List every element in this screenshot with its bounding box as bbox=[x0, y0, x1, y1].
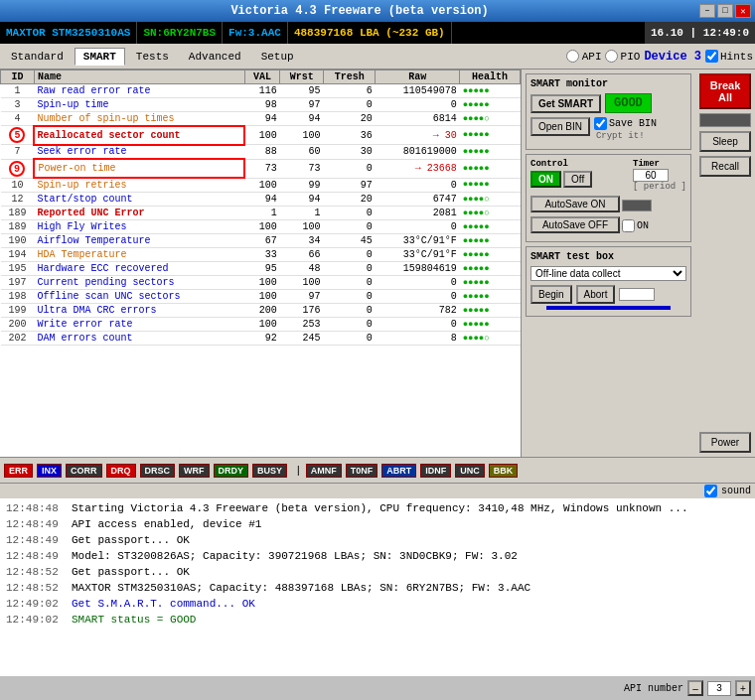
get-smart-button[interactable]: Get SMART bbox=[530, 94, 601, 113]
recall-button[interactable]: Recall bbox=[699, 156, 751, 177]
serial-number: SN: 6RY2N7BS bbox=[137, 22, 223, 44]
autosave-on-button[interactable]: AutoSave ON bbox=[530, 196, 620, 212]
log-entry: 12:48:49 Model: ST3200826AS; Capacity: 3… bbox=[6, 548, 749, 564]
crypt-label: Crypt it! bbox=[594, 131, 657, 141]
app-title: Victoria 4.3 Freeware (beta version) bbox=[20, 4, 699, 18]
log-entry: 12:48:49 Get passport... OK bbox=[6, 532, 749, 548]
status-idnf[interactable]: IDNF bbox=[420, 464, 451, 478]
log-entry: 12:48:49 API access enabled, device #1 bbox=[6, 516, 749, 532]
smart-table: ID Name VAL Wrst Tresh Raw Health 1Raw r… bbox=[0, 70, 521, 346]
table-row: 197Current pending sectors10010000●●●●● bbox=[1, 276, 521, 290]
status-good: GOOD bbox=[605, 93, 652, 113]
log-header: sound bbox=[0, 484, 755, 498]
test-section: SMART test box Off-line data collect Beg… bbox=[526, 246, 691, 317]
status-bar: ERR INX CORR DRQ DRSC WRF DRDY BUSY | AM… bbox=[0, 457, 755, 483]
table-row: 12Start/stop count9494206747●●●●○ bbox=[1, 193, 521, 207]
tab-smart[interactable]: SMART bbox=[75, 48, 125, 66]
log-entry: 12:48:52 Get passport... OK bbox=[6, 564, 749, 580]
api-number-label: API number bbox=[624, 683, 683, 694]
on-checkbox-label: ON bbox=[637, 220, 649, 231]
status-corr[interactable]: CORR bbox=[66, 464, 102, 478]
table-row: 194HDA Temperature3366033°C/91°F●●●●● bbox=[1, 248, 521, 262]
close-button[interactable]: ✕ bbox=[735, 4, 751, 18]
break-all-button[interactable]: BreakAll bbox=[699, 73, 751, 109]
timer-input[interactable] bbox=[633, 169, 669, 182]
status-inx[interactable]: INX bbox=[37, 464, 62, 478]
test-select[interactable]: Off-line data collect bbox=[530, 266, 686, 281]
hints-label: Hints bbox=[720, 51, 753, 63]
control-off-button[interactable]: Off bbox=[563, 171, 592, 188]
info-bar: MAXTOR STM3250310AS SN: 6RY2N7BS Fw: 3.A… bbox=[0, 22, 755, 44]
table-row: 189Reported UNC Error1102081●●●●○ bbox=[1, 207, 521, 220]
tab-setup[interactable]: Setup bbox=[252, 48, 303, 66]
table-row: 195Hardware ECC recovered95480159804619●… bbox=[1, 262, 521, 276]
tab-advanced[interactable]: Advanced bbox=[180, 48, 250, 66]
hints-checkbox[interactable] bbox=[705, 50, 718, 63]
progress-bar bbox=[546, 306, 672, 310]
begin-button[interactable]: Begin bbox=[530, 285, 572, 304]
status-t0nf[interactable]: T0NF bbox=[346, 464, 378, 478]
log-entry: 12:48:48 Starting Victoria 4.3 Freeware … bbox=[6, 500, 749, 516]
status-amnf[interactable]: AMNF bbox=[306, 464, 342, 478]
api-minus-button[interactable]: – bbox=[687, 680, 703, 696]
status-busy[interactable]: BUSY bbox=[252, 464, 287, 478]
table-row: 198Offline scan UNC sectors1009700●●●●● bbox=[1, 290, 521, 304]
pio-radio[interactable] bbox=[605, 50, 618, 63]
tab-tests[interactable]: Tests bbox=[127, 48, 178, 66]
minimize-button[interactable]: – bbox=[699, 4, 715, 18]
control-section: Control ON Off Timer [ period ] AutoSave… bbox=[526, 154, 691, 242]
autosave-on-indicator bbox=[622, 200, 652, 211]
api-plus-button[interactable]: + bbox=[735, 680, 751, 696]
table-row: 3Spin-up time989700●●●●● bbox=[1, 98, 521, 112]
save-bin-label: Save BIN bbox=[609, 118, 657, 129]
table-row: 202DAM errors count9224508●●●●○ bbox=[1, 332, 521, 346]
status-drsc[interactable]: DRSC bbox=[140, 464, 176, 478]
side-buttons: BreakAll Sleep Recall Power bbox=[695, 70, 755, 457]
sound-label: sound bbox=[721, 486, 751, 496]
col-val: VAL bbox=[244, 70, 279, 84]
right-panel: SMART monitor Get SMART GOOD Open BIN Sa… bbox=[522, 70, 695, 457]
status-drq[interactable]: DRQ bbox=[106, 464, 136, 478]
indicator-bar-1 bbox=[699, 113, 751, 127]
col-id: ID bbox=[1, 70, 35, 84]
pio-label: PIO bbox=[621, 51, 641, 63]
abort-button[interactable]: Abort bbox=[576, 285, 616, 304]
autosave-off-button[interactable]: AutoSave OFF bbox=[530, 216, 620, 233]
sleep-button[interactable]: Sleep bbox=[699, 131, 751, 152]
control-on-button[interactable]: ON bbox=[530, 171, 561, 188]
col-health: Health bbox=[460, 70, 521, 84]
autosave-on-checkbox[interactable] bbox=[622, 219, 635, 232]
table-row: 5Reallocated sector count10010036→ 30●●●… bbox=[1, 126, 521, 145]
status-unc[interactable]: UNC bbox=[455, 464, 485, 478]
status-bbk[interactable]: BBK bbox=[489, 464, 519, 478]
table-row: 190Airflow Temperature67344533°C/91°F●●●… bbox=[1, 234, 521, 248]
table-row: 1Raw read error rate116956110549078●●●●● bbox=[1, 84, 521, 98]
status-wrf[interactable]: WRF bbox=[179, 464, 210, 478]
table-row: 4Number of spin-up times9494206814●●●●○ bbox=[1, 112, 521, 126]
test-value-input[interactable] bbox=[619, 288, 655, 301]
col-tresh: Tresh bbox=[324, 70, 376, 84]
api-value: 3 bbox=[707, 681, 731, 696]
sound-checkbox[interactable] bbox=[704, 485, 717, 497]
status-drdy[interactable]: DRDY bbox=[214, 464, 249, 478]
save-bin-checkbox[interactable] bbox=[594, 117, 607, 130]
table-row: 200Write error rate10025300●●●●● bbox=[1, 318, 521, 332]
open-bin-button[interactable]: Open BIN bbox=[530, 117, 590, 136]
log-entry: 12:48:52 MAXTOR STM3250310AS; Capacity: … bbox=[6, 580, 749, 596]
api-radio[interactable] bbox=[566, 50, 579, 63]
log-area: sound 12:48:48 Starting Victoria 4.3 Fre… bbox=[0, 483, 755, 676]
tab-standard[interactable]: Standard bbox=[2, 48, 73, 66]
col-raw: Raw bbox=[376, 70, 460, 84]
version-time: 16.10 | 12:49:0 bbox=[645, 22, 755, 44]
smart-monitor-label: SMART monitor bbox=[530, 78, 686, 89]
status-err[interactable]: ERR bbox=[4, 464, 33, 478]
menu-bar: Standard SMART Tests Advanced Setup API … bbox=[0, 44, 755, 70]
timer-label: Timer bbox=[633, 159, 686, 169]
power-button[interactable]: Power bbox=[699, 432, 751, 453]
title-bar: Victoria 4.3 Freeware (beta version) – □… bbox=[0, 0, 755, 22]
table-row: 199Ultra DMA CRC errors2001760782●●●●● bbox=[1, 304, 521, 318]
smart-monitor-section: SMART monitor Get SMART GOOD Open BIN Sa… bbox=[526, 73, 691, 150]
api-label: API bbox=[582, 51, 602, 63]
status-abrt[interactable]: ABRT bbox=[381, 464, 416, 478]
maximize-button[interactable]: □ bbox=[717, 4, 733, 18]
